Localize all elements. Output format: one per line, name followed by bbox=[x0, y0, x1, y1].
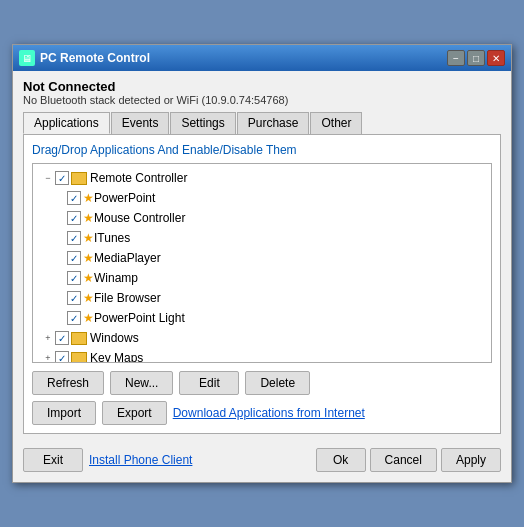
star-icon-itunes: ★ bbox=[83, 231, 94, 245]
tab-settings[interactable]: Settings bbox=[170, 112, 235, 134]
spacer bbox=[53, 191, 67, 205]
label-mouse-controller: Mouse Controller bbox=[94, 211, 185, 225]
label-keymaps: Key Maps bbox=[90, 351, 143, 363]
label-itunes: ITunes bbox=[94, 231, 130, 245]
edit-button[interactable]: Edit bbox=[179, 371, 239, 395]
label-file-browser: File Browser bbox=[94, 291, 161, 305]
cancel-button[interactable]: Cancel bbox=[370, 448, 437, 472]
export-button[interactable]: Export bbox=[102, 401, 167, 425]
spacer bbox=[53, 251, 67, 265]
tree-item-itunes[interactable]: ★ ITunes bbox=[53, 228, 487, 248]
tab-other[interactable]: Other bbox=[310, 112, 362, 134]
footer: Exit Install Phone Client Ok Cancel Appl… bbox=[23, 444, 501, 472]
tree-item-mediaplayer[interactable]: ★ MediaPlayer bbox=[53, 248, 487, 268]
tree-item-keymaps[interactable]: + Key Maps bbox=[41, 348, 487, 363]
folder-icon-windows bbox=[71, 332, 87, 345]
tree-item-windows[interactable]: + Windows bbox=[41, 328, 487, 348]
apply-button[interactable]: Apply bbox=[441, 448, 501, 472]
checkbox-powerpoint[interactable] bbox=[67, 191, 81, 205]
new-button[interactable]: New... bbox=[110, 371, 173, 395]
checkbox-winamp[interactable] bbox=[67, 271, 81, 285]
spacer bbox=[53, 291, 67, 305]
expand-icon-windows: + bbox=[41, 331, 55, 345]
star-icon-powerpoint: ★ bbox=[83, 191, 94, 205]
folder-icon-keymaps bbox=[71, 352, 87, 364]
spacer bbox=[53, 231, 67, 245]
spacer bbox=[53, 271, 67, 285]
applications-panel: Drag/Drop Applications And Enable/Disabl… bbox=[23, 135, 501, 434]
button-row-2: Import Export Download Applications from… bbox=[32, 401, 492, 425]
label-winamp: Winamp bbox=[94, 271, 138, 285]
close-button[interactable]: ✕ bbox=[487, 50, 505, 66]
label-windows: Windows bbox=[90, 331, 139, 345]
tab-applications[interactable]: Applications bbox=[23, 112, 110, 134]
tree-item-mouse-controller[interactable]: ★ Mouse Controller bbox=[53, 208, 487, 228]
checkbox-windows[interactable] bbox=[55, 331, 69, 345]
refresh-button[interactable]: Refresh bbox=[32, 371, 104, 395]
connection-detail: No Bluetooth stack detected or WiFi (10.… bbox=[23, 94, 501, 106]
title-bar: 🖥 PC Remote Control − □ ✕ bbox=[13, 45, 511, 71]
tab-bar: Applications Events Settings Purchase Ot… bbox=[23, 112, 501, 135]
tab-purchase[interactable]: Purchase bbox=[237, 112, 310, 134]
spacer bbox=[53, 211, 67, 225]
checkbox-keymaps[interactable] bbox=[55, 351, 69, 363]
checkbox-powerpoint-light[interactable] bbox=[67, 311, 81, 325]
tab-events[interactable]: Events bbox=[111, 112, 170, 134]
checkbox-mediaplayer[interactable] bbox=[67, 251, 81, 265]
label-powerpoint-light: PowerPoint Light bbox=[94, 311, 185, 325]
expand-icon-keymaps: + bbox=[41, 351, 55, 363]
maximize-button[interactable]: □ bbox=[467, 50, 485, 66]
tree-item-winamp[interactable]: ★ Winamp bbox=[53, 268, 487, 288]
star-icon-mouse-controller: ★ bbox=[83, 211, 94, 225]
label-powerpoint: PowerPoint bbox=[94, 191, 155, 205]
star-icon-file-browser: ★ bbox=[83, 291, 94, 305]
drag-label: Drag/Drop Applications And Enable/Disabl… bbox=[32, 143, 492, 157]
ok-button[interactable]: Ok bbox=[316, 448, 366, 472]
tree-view[interactable]: − Remote Controller ★ PowerPoint ★ bbox=[32, 163, 492, 363]
expand-icon: − bbox=[41, 171, 55, 185]
checkbox-mouse-controller[interactable] bbox=[67, 211, 81, 225]
tree-item-remote-controller[interactable]: − Remote Controller bbox=[41, 168, 487, 188]
star-icon-winamp: ★ bbox=[83, 271, 94, 285]
status-area: Not Connected No Bluetooth stack detecte… bbox=[23, 79, 501, 106]
checkbox-itunes[interactable] bbox=[67, 231, 81, 245]
delete-button[interactable]: Delete bbox=[245, 371, 310, 395]
connection-status: Not Connected bbox=[23, 79, 501, 94]
download-link[interactable]: Download Applications from Internet bbox=[173, 406, 365, 420]
checkbox-file-browser[interactable] bbox=[67, 291, 81, 305]
import-button[interactable]: Import bbox=[32, 401, 96, 425]
tree-item-powerpoint-light[interactable]: ★ PowerPoint Light bbox=[53, 308, 487, 328]
install-phone-client-link[interactable]: Install Phone Client bbox=[89, 453, 192, 467]
star-icon-powerpoint-light: ★ bbox=[83, 311, 94, 325]
star-icon-mediaplayer: ★ bbox=[83, 251, 94, 265]
main-window: 🖥 PC Remote Control − □ ✕ Not Connected … bbox=[12, 44, 512, 483]
window-title: PC Remote Control bbox=[40, 51, 150, 65]
app-icon: 🖥 bbox=[19, 50, 35, 66]
label-remote-controller: Remote Controller bbox=[90, 171, 187, 185]
title-buttons: − □ ✕ bbox=[447, 50, 505, 66]
spacer bbox=[53, 311, 67, 325]
label-mediaplayer: MediaPlayer bbox=[94, 251, 161, 265]
tree-item-file-browser[interactable]: ★ File Browser bbox=[53, 288, 487, 308]
checkbox-remote-controller[interactable] bbox=[55, 171, 69, 185]
button-row-1: Refresh New... Edit Delete bbox=[32, 371, 492, 395]
tree-item-powerpoint[interactable]: ★ PowerPoint bbox=[53, 188, 487, 208]
minimize-button[interactable]: − bbox=[447, 50, 465, 66]
exit-button[interactable]: Exit bbox=[23, 448, 83, 472]
folder-icon bbox=[71, 172, 87, 185]
